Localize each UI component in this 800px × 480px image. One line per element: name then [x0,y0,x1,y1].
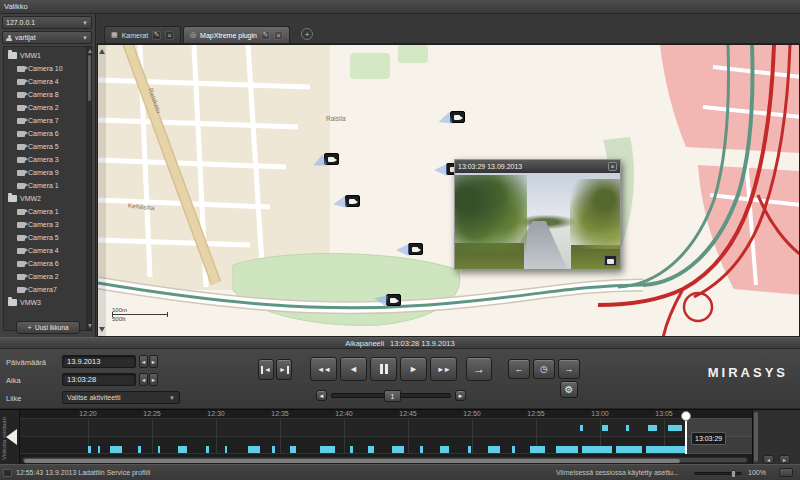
spin-left-icon[interactable]: ◄ [139,355,148,368]
tree-camera-item[interactable]: Camera 1 [4,205,87,218]
popup-title-bar[interactable]: 13:03:29 13.09.2013 × [455,160,620,173]
status-corner-button[interactable] [779,468,793,477]
tree-camera-item[interactable]: Camera 5 [4,140,87,153]
zoom-slider[interactable] [694,472,742,475]
fast-forward-button[interactable]: ►► [430,357,457,381]
timeline-tick-label: 12:55 [522,410,550,417]
tree-item-label: VMW1 [20,52,41,59]
activity-dropdown[interactable]: Valitse aktiviteetti ▼ [62,391,180,404]
timeline[interactable]: Videota voidaan 12:2012:2512:3012:3512:4… [0,409,800,464]
tree-camera-item[interactable]: Camera 3 [4,153,87,166]
popup-close-icon[interactable]: × [608,162,617,171]
timeline-prev-button[interactable] [6,429,17,445]
video-popup[interactable]: 13:03:29 13.09.2013 × [454,159,621,270]
tree-camera-item[interactable]: Camera 6 [4,127,87,140]
map-camera-marker[interactable] [386,294,401,306]
tree-folder-item[interactable]: VMW1 [4,49,87,62]
settings-gear-button[interactable]: ⚙ [560,381,578,398]
add-tab-button[interactable]: + [301,28,313,40]
map-camera-marker[interactable] [324,153,339,165]
tree-camera-item[interactable]: Camera 3 [4,218,87,231]
tree-camera-item[interactable]: Camera 7 [4,114,87,127]
jump-to-end-button[interactable]: → [466,357,492,381]
tree-folder-item[interactable]: VMW2 [4,192,87,205]
step-forward-button[interactable]: ► [276,359,292,380]
map-globe-icon: ◎ [190,31,196,39]
fast-rewind-button[interactable]: ◄◄ [310,357,337,381]
activity-segment [206,446,209,453]
playhead-pin[interactable] [681,411,691,421]
valikko-menu[interactable]: Valikko [0,2,28,11]
tree-camera-item[interactable]: Camera 4 [4,75,87,88]
scroll-right-button[interactable]: ► [779,455,790,464]
camera-tree[interactable]: VMW1Camera 10Camera 4Camera 8Camera 2Cam… [3,46,88,331]
playhead-stem[interactable] [685,419,687,454]
go-to-time-button[interactable]: ◷ [533,359,555,379]
edit-tab-icon[interactable]: ✎ [152,31,161,40]
tree-item-label: Camera 7 [28,117,59,124]
tree-camera-item[interactable]: Camera 2 [4,270,87,283]
spin-left-icon[interactable]: ◄ [139,373,148,386]
timeline-scrollbar[interactable] [22,457,748,463]
slider-right-icon[interactable]: ► [455,390,466,401]
map-camera-marker[interactable] [345,195,360,207]
slider-left-icon[interactable]: ◄ [316,390,327,401]
date-field[interactable]: 13.9.2013 [62,355,136,368]
step-back-button[interactable]: ◄ [258,359,274,380]
tree-scrollbar[interactable] [86,46,92,331]
tab-kamerat[interactable]: ▦ Kamerat ✎ × [104,26,181,43]
close-tab-icon[interactable]: × [274,31,283,40]
aikapaneeli-header[interactable]: Aikapaneeli 13:03:28 13.9.2013 [0,337,800,349]
spin-right-icon[interactable]: ► [149,373,158,386]
tree-camera-item[interactable]: Camera 10 [4,62,87,75]
tab-mapxtreme[interactable]: ◎ MapXtreme plugin ✎ × [183,26,290,43]
map-view[interactable]: RatakatuRaisilaKehäsilta 100m 500ft 13:0… [97,44,800,337]
scroll-down-icon[interactable] [88,324,92,328]
play-button[interactable]: ► [400,357,427,381]
profile-select[interactable]: vartijat ▼ [2,31,92,44]
edit-tab-icon[interactable]: ✎ [261,31,270,40]
date-spinner[interactable]: ◄► [139,355,158,368]
timeline-tick-label: 12:25 [138,410,166,417]
map-camera-marker[interactable] [450,111,465,123]
play-backward-button[interactable]: ◄ [340,357,367,381]
scroll-up-icon[interactable] [88,49,92,53]
speed-slider[interactable]: ◄ 1 ► [316,390,466,401]
scroll-left-button[interactable]: ◄ [763,455,774,464]
activity-segment [648,425,657,431]
slider-thumb[interactable]: 1 [384,390,401,402]
tree-camera-item[interactable]: Camera 8 [4,88,87,101]
time-spinner[interactable]: ◄► [139,373,158,386]
activity-segment [468,446,471,453]
activity-segment [178,446,187,453]
camera-fov-cone [373,292,388,306]
pause-button[interactable] [370,357,397,381]
time-field[interactable]: 13:03:28 [62,373,136,386]
forward-arrow-button[interactable]: → [558,359,580,379]
tree-folder-item[interactable]: VMW3 [4,296,87,309]
tree-camera-item[interactable]: Camera 5 [4,231,87,244]
scroll-thumb[interactable] [88,55,91,101]
pan-down-icon[interactable] [99,327,105,332]
server-select[interactable]: 127.0.0.1 ▼ [2,16,92,29]
timeline-scroll-thumb[interactable] [24,459,680,463]
tree-camera-item[interactable]: Camera 4 [4,244,87,257]
new-window-button[interactable]: + Uusi ikkuna [16,321,80,334]
tree-camera-item[interactable]: Camera 6 [4,257,87,270]
tree-camera-item[interactable]: Camera7 [4,283,87,296]
map-camera-marker[interactable] [408,243,423,255]
close-tab-icon[interactable]: × [165,31,174,40]
slider-track[interactable]: 1 [331,393,451,398]
pan-up-icon[interactable] [99,49,105,54]
timeline-tracks[interactable]: 12:2012:2512:3012:3512:4012:4512:5012:55… [20,410,752,465]
back-arrow-button[interactable]: ← [508,359,530,379]
zoom-value: 100% [748,469,766,476]
tree-camera-item[interactable]: Camera 2 [4,101,87,114]
tree-camera-item[interactable]: Camera 1 [4,179,87,192]
tree-camera-item[interactable]: Camera 9 [4,166,87,179]
camera-snapshot-icon[interactable] [604,255,617,266]
map-scrollbar[interactable] [98,45,106,336]
spin-right-icon[interactable]: ► [149,355,158,368]
tree-item-label: Camera 6 [28,260,59,267]
zoom-slider-thumb[interactable] [731,470,736,478]
